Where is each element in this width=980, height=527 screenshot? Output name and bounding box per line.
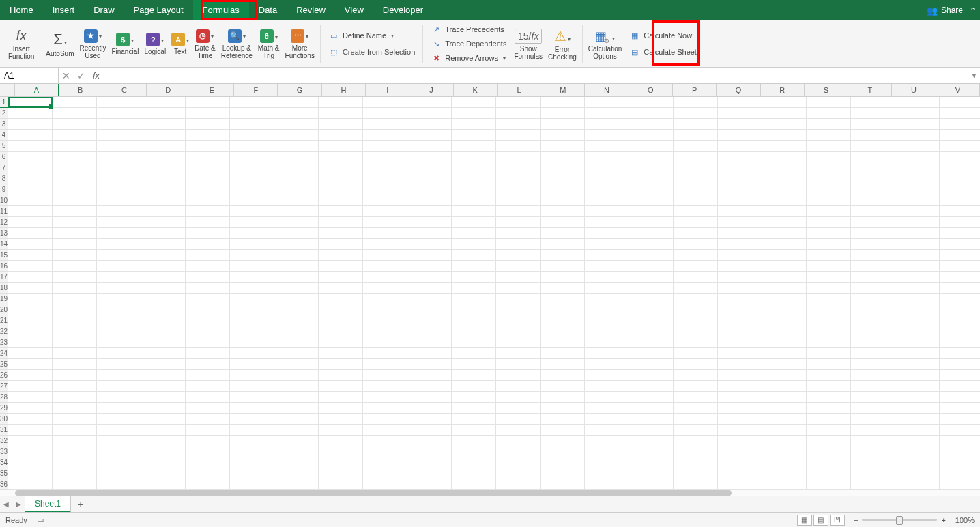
cell[interactable]: [940, 294, 980, 304]
cell[interactable]: [141, 261, 186, 272]
cell[interactable]: [541, 392, 585, 403]
cell[interactable]: [940, 359, 980, 370]
cell[interactable]: [674, 337, 718, 348]
cell[interactable]: [895, 228, 940, 239]
cell[interactable]: [274, 468, 319, 479]
cell[interactable]: [541, 272, 585, 283]
cell[interactable]: [807, 272, 851, 283]
cell[interactable]: [541, 457, 585, 468]
cell[interactable]: [186, 119, 230, 130]
cell[interactable]: [319, 348, 363, 359]
cell[interactable]: [186, 370, 230, 381]
horizontal-scrollbar[interactable]: [0, 490, 980, 496]
cell[interactable]: [629, 141, 674, 152]
cell[interactable]: [407, 436, 452, 446]
cell[interactable]: [895, 403, 940, 414]
cell[interactable]: [141, 173, 186, 184]
cell[interactable]: [629, 359, 674, 370]
cell[interactable]: [851, 392, 895, 403]
cell[interactable]: [940, 283, 980, 294]
cell[interactable]: [141, 130, 186, 141]
cell[interactable]: [585, 119, 629, 130]
cell[interactable]: [53, 250, 97, 261]
cell[interactable]: [629, 152, 674, 162]
cell[interactable]: [718, 392, 762, 403]
column-header[interactable]: G: [278, 84, 321, 96]
cell[interactable]: [407, 468, 452, 479]
cell[interactable]: [496, 206, 541, 217]
cell[interactable]: [762, 119, 807, 130]
cell[interactable]: [674, 348, 718, 359]
cell[interactable]: [452, 304, 496, 315]
cell[interactable]: [407, 414, 452, 425]
cell[interactable]: [940, 479, 980, 490]
cell[interactable]: [674, 162, 718, 173]
cell[interactable]: [629, 414, 674, 425]
cell[interactable]: [53, 239, 97, 250]
cell[interactable]: [319, 217, 363, 228]
cell[interactable]: [851, 381, 895, 392]
cell[interactable]: [230, 457, 274, 468]
cell[interactable]: [718, 239, 762, 250]
cell[interactable]: [807, 261, 851, 272]
cell[interactable]: [541, 130, 585, 141]
column-header[interactable]: P: [673, 84, 717, 96]
cell[interactable]: [97, 436, 141, 446]
cell[interactable]: [762, 304, 807, 315]
cell[interactable]: [585, 414, 629, 425]
cell[interactable]: [940, 446, 980, 457]
cell[interactable]: [319, 381, 363, 392]
cell[interactable]: [452, 425, 496, 436]
cell[interactable]: [8, 403, 53, 414]
cell[interactable]: [762, 294, 807, 304]
cell[interactable]: [97, 446, 141, 457]
tab-home[interactable]: Home: [0, 0, 43, 20]
cell[interactable]: [807, 173, 851, 184]
cell[interactable]: [940, 337, 980, 348]
cell[interactable]: [629, 130, 674, 141]
row-header[interactable]: 35: [0, 468, 8, 479]
cell[interactable]: [718, 348, 762, 359]
cell[interactable]: [319, 206, 363, 217]
cell[interactable]: [141, 403, 186, 414]
cell[interactable]: [8, 359, 53, 370]
cell[interactable]: [53, 141, 97, 152]
cell[interactable]: [8, 392, 53, 403]
zoom-out-button[interactable]: −: [854, 516, 858, 524]
cell[interactable]: [319, 359, 363, 370]
cell[interactable]: [407, 119, 452, 130]
cell[interactable]: [496, 479, 541, 490]
cell[interactable]: [8, 130, 53, 141]
cell[interactable]: [53, 381, 97, 392]
cell[interactable]: [319, 239, 363, 250]
cell[interactable]: [541, 403, 585, 414]
cell[interactable]: [274, 108, 319, 119]
column-header[interactable]: F: [234, 84, 278, 96]
cell[interactable]: [363, 370, 407, 381]
cell[interactable]: [629, 315, 674, 326]
cell[interactable]: [452, 359, 496, 370]
cell[interactable]: [141, 206, 186, 217]
cell[interactable]: [97, 272, 141, 283]
cell[interactable]: [53, 436, 97, 446]
cell[interactable]: [97, 184, 141, 195]
row-header[interactable]: 34: [0, 457, 8, 468]
cell[interactable]: [629, 119, 674, 130]
cell[interactable]: [496, 381, 541, 392]
cell[interactable]: [186, 108, 230, 119]
cell[interactable]: [895, 195, 940, 206]
cell[interactable]: [851, 370, 895, 381]
cell[interactable]: [8, 479, 53, 490]
cell[interactable]: [363, 184, 407, 195]
cell[interactable]: [895, 261, 940, 272]
row-header[interactable]: 24: [0, 348, 8, 359]
cell[interactable]: [762, 425, 807, 436]
cell[interactable]: [141, 162, 186, 173]
cell[interactable]: [541, 173, 585, 184]
cell[interactable]: [496, 250, 541, 261]
cell[interactable]: [141, 108, 186, 119]
cell[interactable]: [186, 326, 230, 337]
cell[interactable]: [674, 436, 718, 446]
cell[interactable]: [274, 141, 319, 152]
cell[interactable]: [452, 283, 496, 294]
